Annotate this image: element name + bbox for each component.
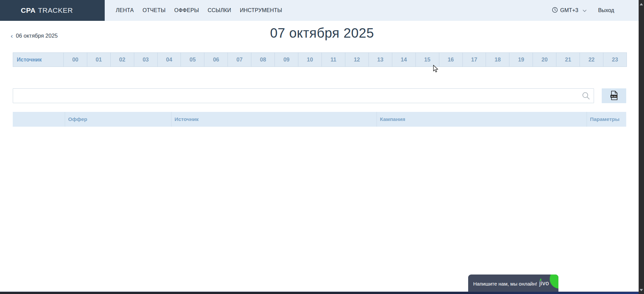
hour-cell-16[interactable]: 16 [439,53,462,67]
source-column-header: Источник [13,53,63,67]
hour-cell-09[interactable]: 09 [275,53,298,67]
logo-text-light: TRACKER [38,6,73,14]
timezone-label: GMT+3 [560,7,578,13]
hour-cell-03[interactable]: 03 [134,53,157,67]
hour-cell-14[interactable]: 14 [392,53,415,67]
search-input[interactable] [13,88,594,103]
app-logo[interactable]: CPA TRACKER [0,0,105,21]
scrollbar-up-arrow-icon[interactable] [639,2,643,6]
hour-cell-08[interactable]: 08 [251,53,275,67]
hour-cell-12[interactable]: 12 [345,53,368,67]
hour-cell-11[interactable]: 11 [321,53,345,67]
chat-online-message: Напишите нам, мы онлайн! [473,281,537,287]
hour-cell-07[interactable]: 07 [228,53,251,67]
menu-item-otchety[interactable]: ОТЧЕТЫ [143,7,166,13]
page-title: 07 октября 2025 [0,26,644,41]
jivo-logo: jivo [539,280,549,287]
timezone-selector[interactable]: GMT+3 [552,7,587,14]
top-navbar: CPA TRACKER ЛЕНТА ОТЧЕТЫ ОФФЕРЫ ССЫЛКИ И… [0,0,644,21]
hour-cell-20[interactable]: 20 [533,53,556,67]
footer-edge-strip [0,292,639,294]
hour-cell-01[interactable]: 01 [87,53,110,67]
column-header-source: Источник [171,112,377,127]
hour-cell-00[interactable]: 00 [63,53,87,67]
menu-item-lenta[interactable]: ЛЕНТА [116,7,134,13]
hour-cell-23[interactable]: 23 [603,53,627,67]
logout-link[interactable]: Выход [598,7,614,13]
export-xlsx-button[interactable]: XLSX [602,88,626,103]
hour-cell-21[interactable]: 21 [556,53,580,67]
menu-item-instrumenty[interactable]: ИНСТРУМЕНТЫ [240,7,282,13]
chat-green-circle-icon [550,275,558,289]
search-icon[interactable] [582,91,590,100]
clock-icon [552,7,558,14]
hour-cell-17[interactable]: 17 [462,53,486,67]
svg-text:XLSX: XLSX [611,95,616,97]
xlsx-file-icon: XLSX [610,91,618,101]
hour-cell-02[interactable]: 02 [110,53,134,67]
column-header-offer: Оффер [65,112,171,127]
scrollbar-down-arrow-icon[interactable] [639,287,643,291]
hour-cell-04[interactable]: 04 [157,53,181,67]
chat-widget[interactable]: Напишите нам, мы онлайн! jivo [468,275,558,294]
cpa-tracker-page: CPA TRACKER ЛЕНТА ОТЧЕТЫ ОФФЕРЫ ССЫЛКИ И… [0,0,644,294]
data-table-header: Оффер Источник Кампания Параметры [13,112,626,127]
hours-header-row: Источник 00 01 02 03 04 05 06 07 08 09 1… [13,52,627,67]
hour-cell-05[interactable]: 05 [181,53,204,67]
hour-cell-19[interactable]: 19 [509,53,533,67]
search-bar [13,88,594,103]
hour-cell-13[interactable]: 13 [368,53,392,67]
column-header-campaign: Кампания [377,112,587,127]
column-header-params: Параметры [587,112,626,127]
chevron-down-icon [583,7,587,13]
hour-cell-10[interactable]: 10 [298,53,321,67]
vertical-scrollbar[interactable] [639,0,644,294]
column-header-empty [13,112,65,127]
hour-cell-22[interactable]: 22 [580,53,603,67]
navbar-right-group: GMT+3 Выход [552,0,614,21]
menu-item-ssylki[interactable]: ССЫЛКИ [208,7,231,13]
hour-cell-15[interactable]: 15 [415,53,439,67]
logo-text-bold: CPA [21,6,36,14]
hour-cell-18[interactable]: 18 [486,53,509,67]
main-menu: ЛЕНТА ОТЧЕТЫ ОФФЕРЫ ССЫЛКИ ИНСТРУМЕНТЫ [116,0,282,21]
menu-item-offery[interactable]: ОФФЕРЫ [174,7,199,13]
hour-cell-06[interactable]: 06 [204,53,228,67]
